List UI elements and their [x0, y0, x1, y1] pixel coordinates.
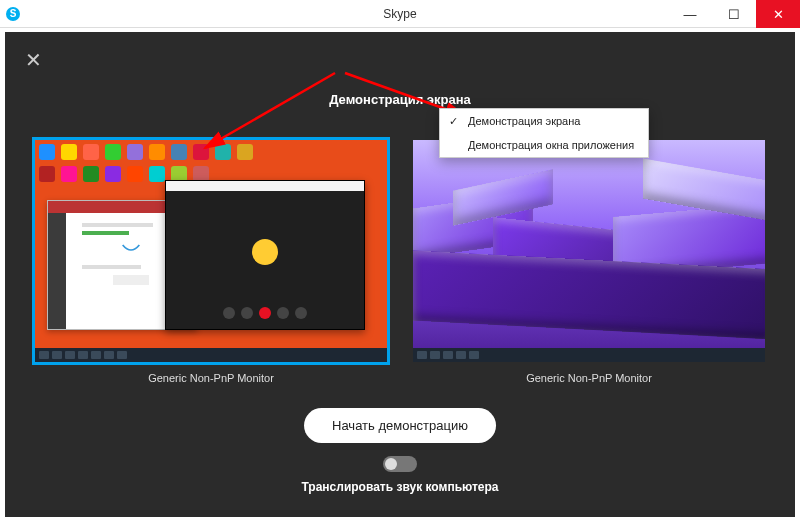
dialog-close-icon[interactable]: ✕ — [23, 50, 43, 70]
toggle-knob — [385, 458, 397, 470]
dropdown-item-window[interactable]: Демонстрация окна приложения — [440, 133, 648, 157]
maximize-button[interactable]: ☐ — [712, 0, 756, 28]
monitor-option-2[interactable]: Generic Non-PnP Monitor — [413, 140, 765, 384]
monitor-1-thumbnail — [35, 140, 387, 362]
svg-line-0 — [205, 73, 335, 148]
titlebar: S Skype — ☐ ✕ — [0, 0, 800, 28]
window-title: Skype — [383, 7, 416, 21]
dialog-heading: Демонстрация экрана — [329, 92, 471, 107]
minimize-button[interactable]: — — [668, 0, 712, 28]
audio-toggle[interactable] — [383, 456, 417, 472]
monitor-1-label: Generic Non-PnP Monitor — [35, 372, 387, 384]
window-close-button[interactable]: ✕ — [756, 0, 800, 28]
share-mode-dropdown[interactable]: Демонстрация экрана Демонстрация окна пр… — [439, 108, 649, 158]
monitor-picker: Generic Non-PnP Monitor Generic Non-PnP … — [5, 140, 795, 384]
skype-icon: S — [6, 7, 20, 21]
dropdown-item-screen[interactable]: Демонстрация экрана — [440, 109, 648, 133]
monitor-2-label: Generic Non-PnP Monitor — [413, 372, 765, 384]
share-screen-dialog: ✕ Демонстрация экрана Демонстрация экран… — [5, 32, 795, 517]
monitor-option-1[interactable]: Generic Non-PnP Monitor — [35, 140, 387, 384]
start-sharing-button[interactable]: Начать демонстрацию — [304, 408, 496, 443]
audio-toggle-label: Транслировать звук компьютера — [301, 480, 498, 494]
monitor-2-thumbnail — [413, 140, 765, 362]
